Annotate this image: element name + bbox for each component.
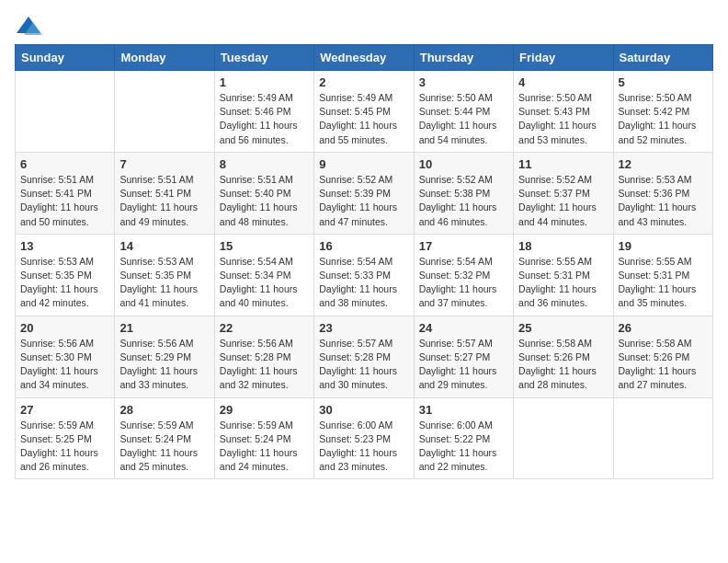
day-number: 7 (119, 157, 209, 171)
calendar-cell: 12Sunrise: 5:53 AMSunset: 5:36 PMDayligh… (613, 152, 712, 234)
header (15, 15, 713, 37)
calendar-cell: 30Sunrise: 6:00 AMSunset: 5:23 PMDayligh… (314, 397, 414, 479)
day-number: 6 (20, 157, 109, 171)
calendar-cell: 7Sunrise: 5:51 AMSunset: 5:41 PMDaylight… (115, 152, 214, 234)
logo (15, 15, 46, 37)
day-number: 1 (220, 75, 309, 89)
calendar-cell: 17Sunrise: 5:54 AMSunset: 5:32 PMDayligh… (414, 234, 513, 316)
day-number: 16 (319, 239, 408, 253)
calendar-cell: 18Sunrise: 5:55 AMSunset: 5:31 PMDayligh… (514, 234, 613, 316)
day-info: Sunrise: 5:56 AMSunset: 5:30 PMDaylight:… (20, 337, 109, 393)
day-info: Sunrise: 5:57 AMSunset: 5:27 PMDaylight:… (419, 337, 508, 393)
logo-icon (15, 15, 42, 37)
day-number: 26 (619, 321, 708, 335)
calendar-cell: 9Sunrise: 5:52 AMSunset: 5:39 PMDaylight… (314, 152, 414, 234)
day-number: 10 (419, 157, 508, 171)
day-info: Sunrise: 5:51 AMSunset: 5:40 PMDaylight:… (220, 173, 309, 229)
day-number: 14 (119, 239, 209, 253)
calendar-cell: 2Sunrise: 5:49 AMSunset: 5:45 PMDaylight… (314, 71, 414, 153)
day-info: Sunrise: 5:52 AMSunset: 5:38 PMDaylight:… (419, 173, 508, 229)
calendar-cell: 8Sunrise: 5:51 AMSunset: 5:40 PMDaylight… (214, 152, 313, 234)
day-number: 3 (419, 75, 508, 89)
day-info: Sunrise: 5:50 AMSunset: 5:44 PMDaylight:… (419, 91, 508, 147)
day-info: Sunrise: 5:51 AMSunset: 5:41 PMDaylight:… (119, 173, 209, 229)
day-number: 19 (619, 239, 708, 253)
day-number: 8 (220, 157, 309, 171)
day-info: Sunrise: 5:58 AMSunset: 5:26 PMDaylight:… (619, 337, 708, 393)
day-number: 22 (220, 321, 309, 335)
day-number: 13 (20, 239, 109, 253)
calendar-cell: 23Sunrise: 5:57 AMSunset: 5:28 PMDayligh… (314, 316, 414, 397)
dow-header-saturday: Saturday (613, 45, 712, 71)
day-info: Sunrise: 5:54 AMSunset: 5:32 PMDaylight:… (419, 255, 508, 311)
calendar-cell: 24Sunrise: 5:57 AMSunset: 5:27 PMDayligh… (414, 316, 513, 397)
dow-header-thursday: Thursday (414, 45, 513, 71)
day-info: Sunrise: 5:59 AMSunset: 5:24 PMDaylight:… (119, 419, 209, 475)
day-info: Sunrise: 6:00 AMSunset: 5:22 PMDaylight:… (419, 419, 508, 475)
calendar-cell: 22Sunrise: 5:56 AMSunset: 5:28 PMDayligh… (214, 316, 313, 397)
day-info: Sunrise: 5:53 AMSunset: 5:35 PMDaylight:… (119, 255, 209, 311)
calendar-cell: 14Sunrise: 5:53 AMSunset: 5:35 PMDayligh… (115, 234, 214, 316)
day-info: Sunrise: 5:53 AMSunset: 5:36 PMDaylight:… (619, 173, 708, 229)
day-number: 5 (619, 75, 708, 89)
calendar-cell: 16Sunrise: 5:54 AMSunset: 5:33 PMDayligh… (314, 234, 414, 316)
calendar-cell (613, 397, 712, 479)
day-info: Sunrise: 5:51 AMSunset: 5:41 PMDaylight:… (20, 173, 109, 229)
day-number: 20 (20, 321, 109, 335)
calendar-cell: 1Sunrise: 5:49 AMSunset: 5:46 PMDaylight… (214, 71, 313, 153)
day-number: 2 (319, 75, 408, 89)
calendar-cell: 6Sunrise: 5:51 AMSunset: 5:41 PMDaylight… (16, 152, 115, 234)
calendar-cell: 28Sunrise: 5:59 AMSunset: 5:24 PMDayligh… (115, 397, 214, 479)
dow-header-wednesday: Wednesday (314, 45, 414, 71)
day-number: 27 (20, 403, 109, 417)
day-number: 23 (319, 321, 408, 335)
day-number: 21 (119, 321, 209, 335)
day-info: Sunrise: 5:57 AMSunset: 5:28 PMDaylight:… (319, 337, 408, 393)
day-info: Sunrise: 5:58 AMSunset: 5:26 PMDaylight:… (518, 337, 608, 393)
day-info: Sunrise: 5:59 AMSunset: 5:25 PMDaylight:… (20, 419, 109, 475)
day-number: 29 (220, 403, 309, 417)
day-info: Sunrise: 5:55 AMSunset: 5:31 PMDaylight:… (518, 255, 608, 311)
dow-header-tuesday: Tuesday (214, 45, 313, 71)
day-number: 25 (518, 321, 608, 335)
day-info: Sunrise: 5:55 AMSunset: 5:31 PMDaylight:… (619, 255, 708, 311)
day-info: Sunrise: 5:49 AMSunset: 5:46 PMDaylight:… (220, 91, 309, 147)
calendar-cell: 11Sunrise: 5:52 AMSunset: 5:37 PMDayligh… (514, 152, 613, 234)
dow-header-friday: Friday (514, 45, 613, 71)
calendar-cell: 26Sunrise: 5:58 AMSunset: 5:26 PMDayligh… (613, 316, 712, 397)
day-number: 12 (619, 157, 708, 171)
day-info: Sunrise: 5:52 AMSunset: 5:39 PMDaylight:… (319, 173, 408, 229)
day-number: 30 (319, 403, 408, 417)
calendar-cell (514, 397, 613, 479)
calendar-cell: 3Sunrise: 5:50 AMSunset: 5:44 PMDaylight… (414, 71, 513, 153)
calendar-cell: 20Sunrise: 5:56 AMSunset: 5:30 PMDayligh… (16, 316, 115, 397)
day-info: Sunrise: 5:50 AMSunset: 5:43 PMDaylight:… (518, 91, 608, 147)
day-info: Sunrise: 5:54 AMSunset: 5:34 PMDaylight:… (220, 255, 309, 311)
day-info: Sunrise: 5:52 AMSunset: 5:37 PMDaylight:… (518, 173, 608, 229)
day-info: Sunrise: 5:54 AMSunset: 5:33 PMDaylight:… (319, 255, 408, 311)
day-number: 28 (119, 403, 209, 417)
day-number: 31 (419, 403, 508, 417)
calendar-cell: 4Sunrise: 5:50 AMSunset: 5:43 PMDaylight… (514, 71, 613, 153)
day-info: Sunrise: 6:00 AMSunset: 5:23 PMDaylight:… (319, 419, 408, 475)
calendar-cell: 19Sunrise: 5:55 AMSunset: 5:31 PMDayligh… (613, 234, 712, 316)
day-number: 24 (419, 321, 508, 335)
day-info: Sunrise: 5:56 AMSunset: 5:28 PMDaylight:… (220, 337, 309, 393)
calendar-cell: 10Sunrise: 5:52 AMSunset: 5:38 PMDayligh… (414, 152, 513, 234)
day-number: 18 (518, 239, 608, 253)
calendar-cell: 31Sunrise: 6:00 AMSunset: 5:22 PMDayligh… (414, 397, 513, 479)
day-info: Sunrise: 5:59 AMSunset: 5:24 PMDaylight:… (220, 419, 309, 475)
calendar-cell: 5Sunrise: 5:50 AMSunset: 5:42 PMDaylight… (613, 71, 712, 153)
day-number: 4 (518, 75, 608, 89)
dow-header-monday: Monday (115, 45, 214, 71)
calendar-cell: 15Sunrise: 5:54 AMSunset: 5:34 PMDayligh… (214, 234, 313, 316)
day-number: 9 (319, 157, 408, 171)
calendar-cell: 13Sunrise: 5:53 AMSunset: 5:35 PMDayligh… (16, 234, 115, 316)
dow-header-sunday: Sunday (16, 45, 115, 71)
day-info: Sunrise: 5:49 AMSunset: 5:45 PMDaylight:… (319, 91, 408, 147)
day-info: Sunrise: 5:50 AMSunset: 5:42 PMDaylight:… (619, 91, 708, 147)
day-number: 17 (419, 239, 508, 253)
day-number: 11 (518, 157, 608, 171)
calendar-cell: 21Sunrise: 5:56 AMSunset: 5:29 PMDayligh… (115, 316, 214, 397)
calendar-cell: 27Sunrise: 5:59 AMSunset: 5:25 PMDayligh… (16, 397, 115, 479)
